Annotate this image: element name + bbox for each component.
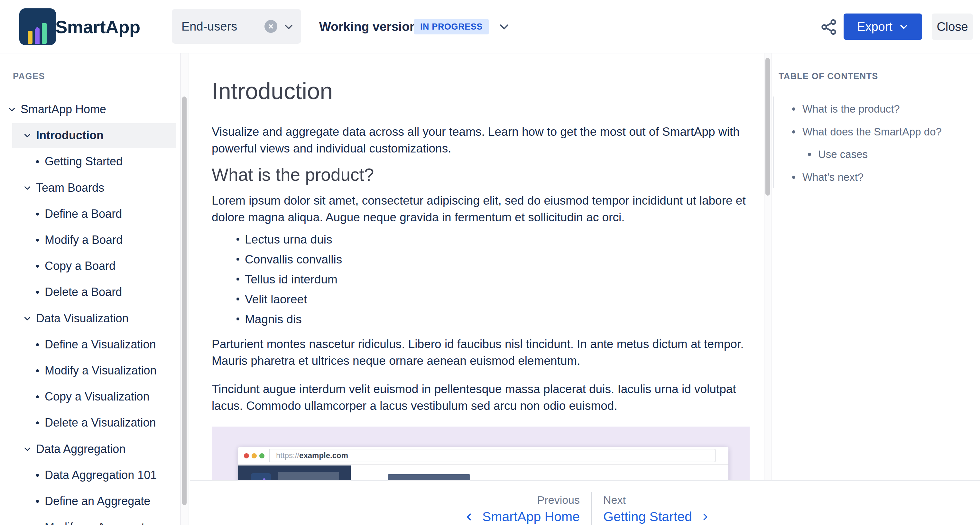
toc-item[interactable]: What is the product? <box>792 102 900 116</box>
sidebar-item-label: Modify an Aggregate <box>45 520 151 525</box>
bullet-icon <box>36 239 39 242</box>
clear-selection-button[interactable] <box>264 20 277 33</box>
bullet-icon <box>792 130 795 134</box>
bullet-icon <box>36 213 39 216</box>
sidebar-item-label: Delete a Visualization <box>45 416 156 430</box>
next-page-title: Getting Started <box>603 509 692 524</box>
list-item: Tellus id interdum <box>212 273 759 286</box>
sidebar-item[interactable]: Getting Started <box>0 149 180 174</box>
status-badge: IN PROGRESS <box>414 19 489 34</box>
version-label: Working version <box>319 20 417 34</box>
chevron-down-icon <box>283 21 294 33</box>
app-logo-icon <box>19 8 56 45</box>
sidebar-item-label: Team Boards <box>36 181 104 195</box>
sidebar-item[interactable]: Modify an Aggregate <box>0 515 180 525</box>
previous-page-link[interactable]: SmartApp Home <box>464 509 580 524</box>
toc-item[interactable]: Use cases <box>808 147 868 161</box>
table-of-contents: TABLE OF CONTENTS What is the product?Wh… <box>772 53 980 480</box>
intro-paragraph: Visualize and aggregate data across all … <box>212 124 759 157</box>
bullet-icon <box>808 153 811 156</box>
previous-page-title: SmartApp Home <box>482 509 580 524</box>
mockup-sidebar <box>238 466 351 480</box>
bullet-icon <box>36 343 39 346</box>
sidebar-item[interactable]: Define a Visualization <box>0 332 180 357</box>
toc-item-label: What’s next? <box>802 171 864 183</box>
bullet-icon <box>36 395 39 398</box>
sidebar-item[interactable]: Modify a Visualization <box>0 358 180 383</box>
space-selector-value: End-users <box>181 9 237 44</box>
list-item: Lectus urna duis <box>212 233 759 247</box>
toc-item-label: Use cases <box>818 148 868 161</box>
sidebar-item-label: Data Aggregation <box>36 442 126 456</box>
sidebar-item[interactable]: Introduction <box>0 123 180 148</box>
sidebar-item-label: Define an Aggregate <box>45 495 150 508</box>
bullet-icon <box>237 298 239 301</box>
sidebar-item[interactable]: Data Aggregation <box>0 437 180 461</box>
chevron-down-icon <box>23 445 32 453</box>
sidebar-item-label: Define a Visualization <box>45 338 156 351</box>
content-image: https://example.com <box>212 426 749 480</box>
export-button[interactable]: Export <box>843 14 922 40</box>
bullet-icon <box>237 318 239 320</box>
page-title: Introduction <box>212 77 759 105</box>
list-item: Velit laoreet <box>212 293 759 306</box>
close-button-label: Close <box>937 20 968 34</box>
chevron-down-icon <box>23 184 32 192</box>
sidebar-scrollbar-thumb[interactable] <box>182 97 187 505</box>
sidebar-item[interactable]: SmartApp Home <box>0 97 180 122</box>
sidebar-item-label: Introduction <box>36 129 103 142</box>
sidebar-item-label: SmartApp Home <box>21 103 106 116</box>
footer-divider <box>591 492 592 525</box>
sidebar-item[interactable]: Define an Aggregate <box>0 489 180 514</box>
pages-sidebar: PAGES SmartApp HomeIntroductionGetting S… <box>0 53 189 525</box>
sidebar-item[interactable]: Data Visualization <box>0 306 180 331</box>
sidebar-item[interactable]: Define a Board <box>0 202 180 226</box>
sidebar-item[interactable]: Team Boards <box>0 176 180 200</box>
body-paragraph: Tincidunt augue interdum velit euismod i… <box>212 381 759 414</box>
previous-label: Previous <box>537 494 580 506</box>
next-page-link[interactable]: Getting Started <box>603 509 710 524</box>
sidebar-item-label: Modify a Board <box>45 233 123 247</box>
sidebar-item-label: Data Visualization <box>36 312 129 325</box>
list-item-text: Tellus id interdum <box>245 273 337 286</box>
sidebar-item[interactable]: Data Aggregation 101 <box>0 463 180 487</box>
sidebar-scrollbar[interactable] <box>180 53 188 525</box>
share-icon[interactable] <box>820 18 838 36</box>
sidebar-item[interactable]: Copy a Board <box>0 254 180 278</box>
sidebar-item-label: Data Aggregation 101 <box>45 468 157 482</box>
content-scrollbar[interactable] <box>764 53 772 480</box>
content-bullet-list: Lectus urna duisConvallis convallisTellu… <box>212 233 759 326</box>
bullet-icon <box>792 176 795 179</box>
top-bar: SmartApp End-users Working version IN PR… <box>0 0 980 53</box>
content-scrollbar-thumb[interactable] <box>765 58 770 196</box>
chevron-left-icon <box>464 511 474 522</box>
chevron-down-icon[interactable] <box>498 21 510 34</box>
bullet-icon <box>237 278 239 280</box>
bullet-icon <box>36 291 39 294</box>
bullet-icon <box>36 500 39 503</box>
list-item: Convallis convallis <box>212 253 759 266</box>
version-selector[interactable]: Working version <box>319 0 417 53</box>
bullet-icon <box>792 107 795 111</box>
body-paragraph: Lorem ipsum dolor sit amet, consectetur … <box>212 192 759 226</box>
sidebar-item-label: Copy a Board <box>45 259 116 273</box>
app-window: SmartApp End-users Working version IN PR… <box>0 0 980 525</box>
toc-item[interactable]: What’s next? <box>792 170 864 185</box>
pagination-footer: Previous SmartApp Home Next Getting Star… <box>190 480 980 525</box>
sidebar-item[interactable]: Modify a Board <box>0 228 180 252</box>
url-bar: https://example.com <box>269 449 716 462</box>
sidebar-item[interactable]: Delete a Board <box>0 280 180 304</box>
chevron-down-icon <box>23 314 32 323</box>
close-button[interactable]: Close <box>932 14 973 40</box>
toc-item[interactable]: What does the SmartApp do? <box>792 125 942 139</box>
bullet-icon <box>237 238 239 240</box>
bullet-icon <box>36 369 39 372</box>
sidebar-item[interactable]: Copy a Visualization <box>0 384 180 409</box>
sidebar-item[interactable]: Delete a Visualization <box>0 410 180 435</box>
close-icon <box>268 23 274 30</box>
toc-item-label: What does the SmartApp do? <box>802 126 942 138</box>
list-item-text: Lectus urna duis <box>245 233 332 246</box>
list-item: Magnis dis <box>212 313 759 326</box>
space-selector-dropdown[interactable]: End-users <box>172 9 301 44</box>
url-host: example.com <box>299 451 348 460</box>
